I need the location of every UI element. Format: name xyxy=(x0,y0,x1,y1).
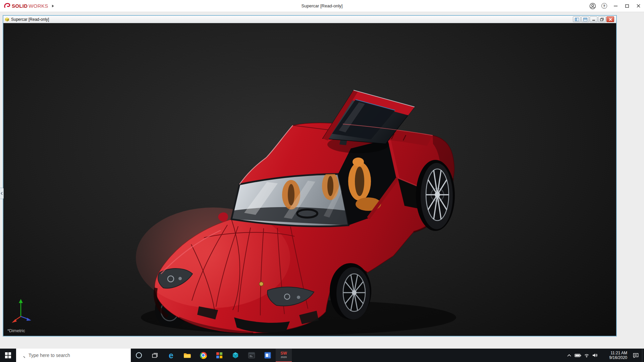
taskbar-clock[interactable]: 11:21 AM 9/16/2020 xyxy=(602,351,627,360)
action-center-button[interactable] xyxy=(629,349,642,362)
solidworks-logo-icon xyxy=(3,3,11,9)
wifi-icon xyxy=(584,353,589,357)
show-desktop-button[interactable] xyxy=(642,349,644,362)
taskbar-search-input[interactable] xyxy=(29,353,127,358)
console-app-icon xyxy=(248,352,255,358)
action-center-icon xyxy=(633,353,639,358)
solidworks-badge-year: 2020 xyxy=(281,356,287,359)
split-view-horizontal-button[interactable] xyxy=(581,16,589,22)
split-vertical-icon xyxy=(575,18,579,21)
featuremanager-collapsed-tab[interactable] xyxy=(0,188,4,199)
doc-minimize-icon xyxy=(592,18,595,21)
search-icon xyxy=(20,353,25,358)
solidworks-brand: SOLIDWORKS xyxy=(0,3,48,9)
colored-grid-app-button[interactable] xyxy=(211,349,227,362)
battery-icon xyxy=(575,354,581,357)
doc-close-button[interactable] xyxy=(606,16,614,22)
orientation-triad xyxy=(10,298,35,324)
menu-flyout-arrow[interactable] xyxy=(52,4,54,8)
account-icon xyxy=(589,3,596,9)
doc-close-icon xyxy=(609,18,612,21)
minimize-icon xyxy=(614,6,618,6)
task-view-button[interactable] xyxy=(147,349,163,362)
cube-app-button[interactable] xyxy=(227,349,244,362)
brand-text-solid: SOLID xyxy=(12,3,28,9)
supercar-group[interactable] xyxy=(136,90,456,335)
document-title: Supercar [Read-only] xyxy=(11,17,49,22)
document-window: Supercar [Read-only] xyxy=(3,15,617,337)
split-horizontal-icon xyxy=(583,18,587,21)
cube-app-icon xyxy=(232,352,239,359)
chevron-left-icon xyxy=(1,192,3,195)
task-view-icon xyxy=(152,352,158,359)
maximize-icon xyxy=(625,4,629,8)
help-icon: ? xyxy=(601,3,607,9)
doc-restore-button[interactable] xyxy=(598,16,606,22)
graphics-area[interactable]: *Dimetric xyxy=(3,23,616,336)
speaker-icon xyxy=(592,353,598,358)
split-view-vertical-button[interactable] xyxy=(573,16,581,22)
flyout-arrow-icon xyxy=(52,4,54,8)
minimize-button[interactable] xyxy=(610,0,621,12)
close-button[interactable] xyxy=(633,0,644,12)
system-tray: 11:21 AM 9/16/2020 xyxy=(565,349,644,362)
cortana-icon xyxy=(135,352,143,359)
volume-button[interactable] xyxy=(591,349,600,362)
clock-date: 9/16/2020 xyxy=(602,355,627,360)
blue-window-app-icon xyxy=(264,352,271,359)
solidworks-taskbar-button[interactable]: SW 2020 xyxy=(276,349,292,362)
view-orientation-label: *Dimetric xyxy=(7,328,25,333)
console-app-button[interactable] xyxy=(244,349,260,362)
doc-restore-icon xyxy=(600,18,604,21)
screen: SOLIDWORKS Supercar [Read-only] ? xyxy=(0,0,644,362)
app-title: Supercar [Read-only] xyxy=(0,3,644,8)
hood-badge xyxy=(259,282,263,286)
colored-grid-app-icon xyxy=(216,352,222,358)
help-button[interactable]: ? xyxy=(598,0,610,12)
brand-text-works: WORKS xyxy=(29,3,48,9)
file-explorer-button[interactable] xyxy=(179,349,195,362)
start-button[interactable] xyxy=(0,349,16,362)
cortana-button[interactable] xyxy=(131,349,147,362)
account-button[interactable] xyxy=(587,0,598,12)
app-titlebar: SOLIDWORKS Supercar [Read-only] ? xyxy=(0,0,644,12)
taskbar: e xyxy=(0,349,644,362)
blue-window-app-button[interactable] xyxy=(260,349,276,362)
document-titlebar[interactable]: Supercar [Read-only] xyxy=(3,16,616,23)
part-document-icon xyxy=(5,17,9,22)
clock-time: 11:21 AM xyxy=(602,351,627,355)
battery-button[interactable] xyxy=(574,349,582,362)
hidden-icons-button[interactable] xyxy=(565,349,574,362)
windows-logo-icon xyxy=(5,352,11,358)
titlebar-controls: ? xyxy=(587,0,644,12)
taskbar-search[interactable] xyxy=(16,349,131,362)
mdi-client-area: Supercar [Read-only] xyxy=(0,12,644,349)
edge-icon: e xyxy=(169,351,173,360)
chevron-up-icon xyxy=(567,354,571,357)
file-explorer-icon xyxy=(183,353,191,358)
front-right-wheel xyxy=(330,263,371,319)
close-icon xyxy=(637,4,640,8)
network-button[interactable] xyxy=(582,349,591,362)
chrome-icon xyxy=(200,352,207,359)
chrome-button[interactable] xyxy=(195,349,211,362)
edge-button[interactable]: e xyxy=(163,349,179,362)
solidworks-badge-sw: SW xyxy=(280,351,287,355)
maximize-button[interactable] xyxy=(621,0,633,12)
doc-minimize-button[interactable] xyxy=(590,16,597,22)
supercar-3d-model[interactable] xyxy=(3,23,616,336)
rear-right-wheel xyxy=(416,160,455,231)
document-controls xyxy=(573,16,615,22)
